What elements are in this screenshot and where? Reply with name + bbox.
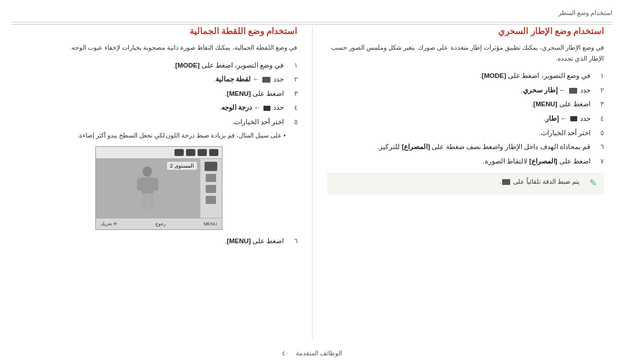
svg-rect-1 bbox=[142, 177, 154, 194]
sidebar-icon3 bbox=[206, 185, 216, 193]
page-container: استخدام وضع المنظر استخدام وضع الإطار ال… bbox=[0, 0, 624, 364]
magic-frame-steps: ١ في وضع التصوير، اضغط على [MODE]. ٢ حدد… bbox=[327, 70, 604, 167]
step-item: ٣ اضغط على [MENU]. bbox=[327, 99, 604, 110]
camera-screenshot: المستوى 2 bbox=[95, 146, 222, 230]
main-content: استخدام وضع الإطار السحري في وضع الإطار … bbox=[12, 26, 612, 341]
sidebar-icon2 bbox=[206, 174, 216, 182]
footer-page: ٤٠ bbox=[282, 350, 289, 356]
bullet-item: على سبيل المثال، قم بزيادة ضبط درجة اللو… bbox=[20, 131, 286, 140]
bottom-right-label: رجوع bbox=[155, 221, 166, 226]
step-item: ٥ اختر أحد الخيارات. bbox=[327, 128, 604, 139]
beauty-shot-intro: في وضع اللقطة الجمالية، يمكنك التقاط صور… bbox=[20, 42, 298, 53]
bottom-left-label: MENU bbox=[203, 221, 217, 226]
svg-rect-4 bbox=[142, 194, 147, 210]
person-silhouette bbox=[135, 166, 161, 218]
step-item: ٤ حدد ← درجة الوجه. bbox=[20, 102, 298, 114]
cam-icon2 bbox=[263, 106, 270, 111]
note-text: يتم ضبط الدقة تلقائياً على . bbox=[499, 177, 580, 187]
note-box: ✎ يتم ضبط الدقة تلقائياً على . bbox=[327, 173, 604, 195]
svg-rect-2 bbox=[137, 178, 142, 191]
step-item: ٧ اضغط على [المصراع] لالتقاط الصورة. bbox=[327, 156, 604, 168]
sidebar-icon1 bbox=[205, 162, 217, 171]
beauty-shot-title: استخدام وضع اللقطة الجمالية bbox=[20, 26, 298, 36]
camera-bottom-bar: MENU رجوع ✛ تحريك bbox=[96, 218, 222, 229]
cam-ui-icon2 bbox=[198, 149, 207, 156]
svg-rect-3 bbox=[153, 178, 158, 191]
level-indicator: المستوى 2 bbox=[167, 162, 197, 170]
step-item: ١ في وضع التصوير، اضغط على [MODE]. bbox=[327, 70, 604, 82]
divider bbox=[12, 24, 612, 25]
resolution-icon bbox=[502, 179, 510, 185]
step-item: ٢ حدد ← إطار سحري. bbox=[327, 85, 604, 96]
camera-sidebar bbox=[200, 159, 222, 224]
sidebar-icon4 bbox=[206, 196, 216, 204]
step-item: ٣ اضغط على [MENU]. bbox=[20, 88, 298, 100]
cam-ui-icon3 bbox=[186, 149, 195, 156]
cam-ui-icon1 bbox=[209, 149, 218, 156]
step-item: ١ في وضع التصوير، اضغط على [MODE]. bbox=[20, 60, 298, 72]
camera-icons bbox=[174, 149, 218, 156]
breadcrumb: استخدام وضع المنظر bbox=[12, 7, 612, 23]
svg-rect-5 bbox=[148, 194, 154, 210]
step-item: ٦ قم بمحاذاة الهدف داخل الإطار واضغط نصف… bbox=[327, 142, 604, 153]
mode-icon bbox=[569, 88, 577, 94]
cam-icon bbox=[570, 116, 577, 121]
magic-frame-section: استخدام وضع الإطار السحري في وضع الإطار … bbox=[312, 26, 613, 341]
footer-text: الوظائف المتقدمة bbox=[296, 350, 342, 356]
svg-point-0 bbox=[143, 166, 152, 177]
camera-body: المستوى 2 bbox=[96, 159, 222, 224]
camera-main-view: المستوى 2 bbox=[96, 159, 200, 224]
mode-icon2 bbox=[262, 77, 270, 83]
camera-top-bar bbox=[96, 147, 222, 159]
step-item: ٢ حدد ← لقطة جمالية. bbox=[20, 74, 298, 86]
beauty-shot-section: استخدام وضع اللقطة الجمالية في وضع اللقط… bbox=[12, 26, 312, 341]
bottom-center-label: ✛ تحريك bbox=[101, 221, 117, 226]
step-item: ٥ اختر أحد الخيارات. bbox=[20, 117, 298, 128]
beauty-shot-steps: ١ في وضع التصوير، اضغط على [MODE]. ٢ حدد… bbox=[20, 60, 298, 128]
magic-frame-intro: في وضع الإطار السحري، يمكنك تطبيق مؤثرات… bbox=[327, 42, 604, 64]
step-item: ٤ حدد ← إطار. bbox=[327, 113, 604, 125]
note-icon: ✎ bbox=[584, 177, 597, 190]
cam-ui-icon4 bbox=[174, 149, 184, 156]
step6-item: ٦ اضغط على [MENU]. bbox=[20, 236, 298, 247]
magic-frame-title: استخدام وضع الإطار السحري bbox=[327, 26, 604, 36]
page-footer: الوظائف المتقدمة ٤٠ bbox=[0, 350, 624, 357]
